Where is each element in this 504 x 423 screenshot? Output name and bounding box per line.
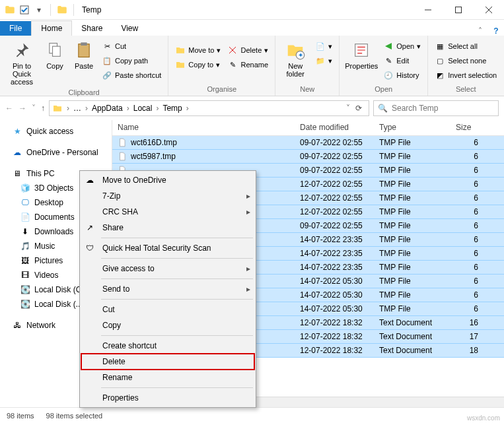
newitem-icon: 📄 bbox=[315, 41, 326, 51]
tab-home[interactable]: Home bbox=[31, 20, 72, 36]
qat-checkbox-icon[interactable] bbox=[18, 4, 30, 16]
paste-button[interactable]: Paste bbox=[70, 37, 98, 73]
ctx-rename[interactable]: Rename bbox=[81, 370, 254, 385]
ctx-7zip[interactable]: 7-Zip▸ bbox=[81, 188, 254, 204]
file-date: 12-07-2022 02:55 bbox=[295, 179, 374, 189]
up-button[interactable]: ↑ bbox=[41, 104, 45, 113]
svg-rect-7 bbox=[79, 44, 89, 57]
file-row[interactable]: wct5987.tmp09-07-2022 02:55TMP File6 bbox=[112, 149, 504, 164]
col-type[interactable]: Type bbox=[374, 120, 450, 135]
tab-view[interactable]: View bbox=[112, 21, 147, 36]
ctx-label: Properties bbox=[102, 393, 250, 403]
cloud-icon: ☁ bbox=[84, 174, 96, 186]
status-item-count: 98 items bbox=[7, 412, 34, 420]
col-name[interactable]: Name bbox=[112, 120, 295, 135]
maximize-button[interactable] bbox=[443, 0, 474, 20]
file-size: 6 bbox=[450, 166, 484, 175]
ctx-label: 7-Zip bbox=[102, 191, 240, 201]
copy-to-button[interactable]: Copy to▾ bbox=[172, 58, 223, 71]
window-title: Temp bbox=[82, 5, 101, 15]
col-size[interactable]: Size bbox=[450, 120, 484, 135]
breadcrumb-temp[interactable]: Temp bbox=[162, 104, 182, 113]
rename-button[interactable]: ✎Rename bbox=[225, 58, 271, 71]
new-item-button[interactable]: 📄▾ bbox=[312, 40, 335, 53]
ctx-properties[interactable]: Properties bbox=[81, 390, 254, 406]
copy-path-button[interactable]: 📋Copy path bbox=[99, 54, 164, 67]
file-date: 12-07-2022 18:32 bbox=[295, 318, 374, 327]
forward-button[interactable]: → bbox=[18, 104, 26, 113]
col-date[interactable]: Date modified bbox=[295, 120, 374, 135]
help-icon[interactable]: ? bbox=[488, 26, 504, 36]
history-button[interactable]: 🕘History bbox=[380, 69, 423, 82]
ctx-create-shortcut[interactable]: Create shortcut bbox=[81, 338, 254, 354]
blank-icon bbox=[84, 340, 96, 352]
ctx-share[interactable]: ↗Share bbox=[81, 220, 254, 236]
file-type: TMP File bbox=[374, 263, 450, 272]
tab-share[interactable]: Share bbox=[72, 21, 112, 36]
select-none-button[interactable]: ▢Select none bbox=[432, 54, 499, 67]
file-size: 6 bbox=[450, 138, 484, 147]
address-bar[interactable]: › … › AppData › Local › Temp › ˅ ⟳ bbox=[49, 100, 369, 116]
file-type: Text Document bbox=[374, 318, 450, 327]
select-all-button[interactable]: ▦Select all bbox=[432, 40, 499, 53]
ctx-send-to[interactable]: Send to▸ bbox=[81, 281, 254, 297]
recent-dropdown[interactable]: ˅ bbox=[32, 104, 36, 113]
new-folder-icon: ✦ bbox=[285, 40, 306, 61]
folder-icon bbox=[52, 103, 63, 114]
ctx-quickheal[interactable]: 🛡Quick Heal Total Security Scan bbox=[81, 240, 254, 256]
search-input[interactable]: 🔍 Search Temp bbox=[373, 100, 499, 116]
minimize-button[interactable] bbox=[413, 0, 443, 20]
close-button[interactable] bbox=[474, 0, 504, 20]
ribbon-collapse-icon[interactable]: ˄ bbox=[472, 26, 488, 36]
ctx-copy[interactable]: Copy bbox=[81, 317, 254, 333]
shortcut-icon: 🔗 bbox=[102, 70, 112, 81]
file-date: 12-07-2022 02:55 bbox=[295, 193, 374, 203]
file-type: Text Document bbox=[374, 346, 450, 355]
ctx-cut[interactable]: Cut bbox=[81, 302, 254, 317]
invert-selection-button[interactable]: ◩Invert selection bbox=[432, 69, 499, 82]
tab-file[interactable]: File bbox=[0, 21, 31, 36]
svg-rect-2 bbox=[456, 7, 462, 13]
pin-quick-access-button[interactable]: Pin to Quick access bbox=[4, 37, 40, 88]
music-icon: 🎵 bbox=[20, 241, 30, 251]
file-type: TMP File bbox=[374, 179, 450, 189]
refresh-button[interactable]: ⟳ bbox=[351, 104, 366, 113]
file-type: TMP File bbox=[374, 277, 450, 286]
delete-button[interactable]: Delete▾ bbox=[225, 44, 271, 57]
easy-access-button[interactable]: 📁▾ bbox=[312, 54, 335, 67]
file-size: 6 bbox=[450, 193, 484, 203]
ctx-delete[interactable]: Delete bbox=[81, 354, 254, 370]
breadcrumb-local[interactable]: Local bbox=[133, 104, 153, 113]
properties-button[interactable]: Properties bbox=[343, 37, 379, 73]
ctx-crc-sha[interactable]: CRC SHA▸ bbox=[81, 204, 254, 220]
nav-onedrive[interactable]: ☁OneDrive - Personal bbox=[0, 145, 112, 160]
addr-dropdown-icon[interactable]: ˅ bbox=[346, 104, 350, 113]
folder-icon bbox=[56, 4, 68, 16]
ctx-give-access[interactable]: Give access to▸ bbox=[81, 261, 254, 277]
paste-icon bbox=[73, 40, 94, 61]
file-type: Text Document bbox=[374, 332, 450, 341]
videos-icon: 🎞 bbox=[20, 270, 30, 280]
new-folder-button[interactable]: ✦ New folder bbox=[279, 37, 311, 81]
paste-shortcut-button[interactable]: 🔗Paste shortcut bbox=[99, 69, 164, 82]
ctx-label: Delete bbox=[102, 357, 250, 366]
cut-button[interactable]: ✂Cut bbox=[99, 40, 164, 53]
file-type: TMP File bbox=[374, 304, 450, 313]
copy-button[interactable]: Copy bbox=[41, 37, 69, 73]
file-row[interactable]: wct616D.tmp09-07-2022 02:55TMP File6 bbox=[112, 136, 504, 150]
file-type: TMP File bbox=[374, 138, 450, 147]
nav-quick-access[interactable]: ★Quick access bbox=[0, 124, 112, 139]
ctx-move-onedrive[interactable]: ☁Move to OneDrive bbox=[81, 172, 254, 188]
properties-icon bbox=[351, 40, 372, 61]
qat-dropdown-icon[interactable]: ▾ bbox=[33, 4, 45, 16]
move-to-button[interactable]: Move to▾ bbox=[172, 44, 223, 57]
file-type: TMP File bbox=[374, 193, 450, 203]
open-button[interactable]: Open▾ bbox=[380, 40, 423, 53]
breadcrumb-appdata[interactable]: AppData bbox=[92, 104, 123, 113]
file-type: TMP File bbox=[374, 221, 450, 230]
cube-icon: 🧊 bbox=[20, 183, 30, 193]
back-button[interactable]: ← bbox=[5, 104, 13, 113]
blank-icon bbox=[84, 392, 96, 404]
edit-button[interactable]: ✎Edit bbox=[380, 54, 423, 67]
documents-icon: 📄 bbox=[20, 212, 30, 222]
